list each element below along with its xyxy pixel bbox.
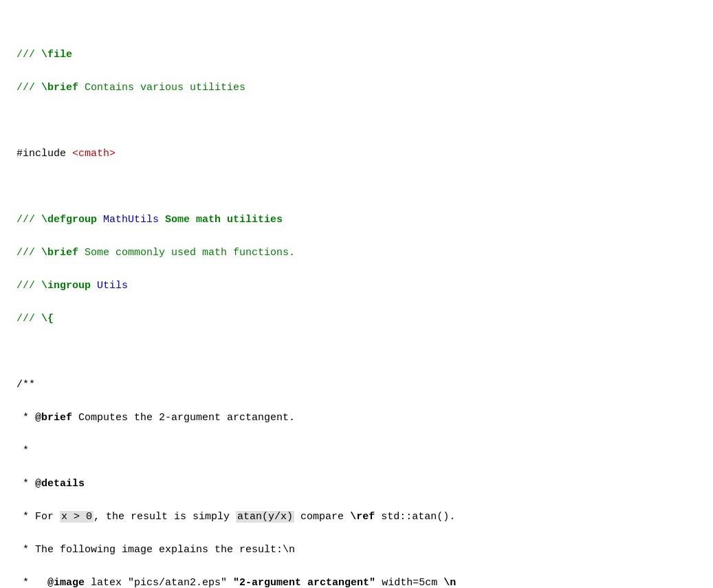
line-blank-1: [17, 113, 696, 129]
line-defgroup: /// \defgroup MathUtils Some math utilit…: [17, 212, 696, 228]
line-opencurly: /// \{: [17, 311, 696, 327]
line-blank-2: [17, 179, 696, 195]
line-brief-comment: /// \brief Contains various utilities: [17, 80, 696, 96]
line-docblock-start: /**: [17, 377, 696, 393]
line-ingroup: /// \ingroup Utils: [17, 278, 696, 294]
line-brief-doc: * @brief Computes the 2-argument arctang…: [17, 410, 696, 426]
line-following: * The following image explains the resul…: [17, 542, 696, 558]
line-group-brief: /// \brief Some commonly used math funct…: [17, 245, 696, 261]
line-details: * @details: [17, 476, 696, 492]
line-image: * @image latex "pics/atan2.eps" "2-argum…: [17, 575, 696, 588]
line-for: * For x > 0, the result is simply atan(y…: [17, 509, 696, 525]
line-star-blank-1: *: [17, 443, 696, 459]
line-file-comment: /// \file: [17, 47, 696, 63]
line-include: #include <cmath>: [17, 146, 696, 162]
code-editor: /// \file /// \brief Contains various ut…: [17, 14, 696, 588]
line-blank-3: [17, 344, 696, 360]
